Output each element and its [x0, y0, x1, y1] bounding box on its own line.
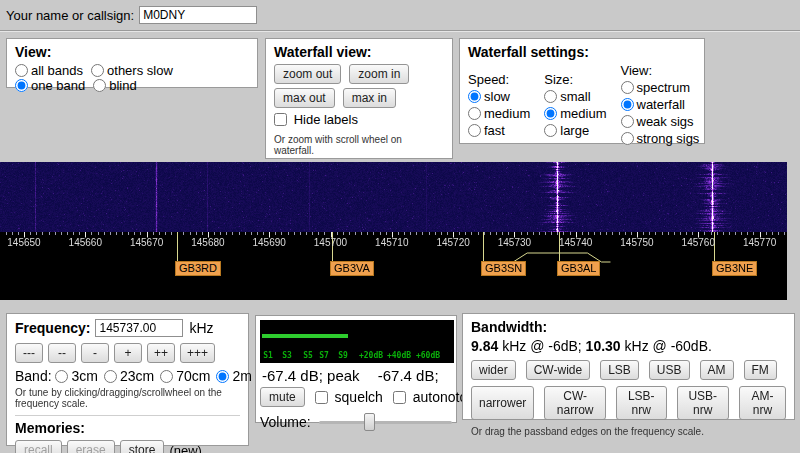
audio-controls-row: mute squelch autonotch: [260, 387, 452, 407]
signal-level-text: -67.4 dB; peak: [262, 367, 360, 384]
max-in-button[interactable]: max in: [343, 88, 396, 108]
band-radio-2m[interactable]: [216, 370, 229, 383]
station-label-gb3rd[interactable]: GB3RD: [175, 261, 221, 276]
view-mode-radio-all-bands[interactable]: [15, 64, 28, 77]
wf-view-radio-waterfall[interactable]: [621, 98, 634, 111]
station-label-gb3al[interactable]: GB3AL: [557, 261, 600, 276]
wf-speed-option-slow[interactable]: slow: [468, 88, 530, 105]
size-group-label: Size:: [544, 72, 606, 87]
cw-narrow-button[interactable]: CW-narrow: [544, 386, 606, 420]
zoom-in-button[interactable]: zoom in: [349, 64, 409, 84]
wf-view-radio-weak-sigs[interactable]: [621, 115, 634, 128]
wf-size-radio-small[interactable]: [544, 90, 557, 103]
wf-view-label-strong-sigs: strong sigs: [637, 131, 700, 146]
wf-view-option-weak-sigs[interactable]: weak sigs: [621, 113, 700, 130]
wf-view-label-weak-sigs: weak sigs: [637, 114, 694, 129]
am-button[interactable]: AM: [700, 360, 734, 380]
lsb-button[interactable]: LSB: [600, 360, 639, 380]
view-mode-option-all-bands[interactable]: all bands: [15, 63, 83, 78]
band-radio-3cm[interactable]: [55, 370, 68, 383]
band-option-70cm[interactable]: 70cm: [160, 368, 210, 384]
bandwidth-panel: Bandwidth: 9.84 kHz @ -6dB; 10.30 kHz @ …: [462, 313, 795, 420]
band-label-23cm: 23cm: [120, 368, 154, 384]
am-nrw-button[interactable]: AM-nrw: [739, 386, 786, 420]
band-label-3cm: 3cm: [71, 368, 97, 384]
band-radio-70cm[interactable]: [160, 370, 173, 383]
view-mode-radio-blind[interactable]: [93, 79, 106, 92]
frequency-row: Frequency: kHz: [15, 319, 240, 337]
callsign-label: Your name or callsign:: [6, 8, 134, 23]
narrower-button[interactable]: narrower: [471, 386, 534, 420]
--button[interactable]: -: [81, 343, 109, 363]
wf-view-radio-spectrum[interactable]: [621, 81, 634, 94]
scale-label-145720: 145720: [431, 237, 475, 248]
volume-slider[interactable]: [319, 413, 452, 431]
wf-size-radio-large[interactable]: [544, 124, 557, 137]
volume-slider-thumb[interactable]: [364, 413, 375, 431]
--button[interactable]: +: [114, 343, 142, 363]
volume-slider-track[interactable]: [319, 421, 452, 424]
callsign-bar: Your name or callsign:: [6, 6, 257, 24]
--button[interactable]: ---: [15, 343, 43, 363]
zoom-out-button[interactable]: zoom out: [274, 64, 341, 84]
usb-button[interactable]: USB: [649, 360, 690, 380]
usb-nrw-button[interactable]: USB-nrw: [677, 386, 729, 420]
band-option-3cm[interactable]: 3cm: [55, 368, 97, 384]
mute-button[interactable]: mute: [260, 387, 305, 407]
view-mode-radio-one-band[interactable]: [15, 79, 28, 92]
view-options: all bandsothers slowone bandblind: [15, 63, 249, 93]
wf-speed-label-slow: slow: [484, 89, 510, 104]
wf-size-radio-medium[interactable]: [544, 107, 557, 120]
--button[interactable]: ++: [147, 343, 175, 363]
frequency-scale[interactable]: [0, 162, 787, 300]
hide-labels-option[interactable]: Hide labels: [274, 112, 436, 127]
lsb-nrw-button[interactable]: LSB-nrw: [616, 386, 667, 420]
wider-button[interactable]: wider: [471, 360, 516, 380]
recall-button[interactable]: recall: [15, 440, 62, 453]
view-mode-option-one-band[interactable]: one band: [15, 78, 85, 93]
tuning-note: Or tune by clicking/dragging/scrollwheel…: [15, 387, 240, 409]
wf-size-option-small[interactable]: small: [544, 88, 606, 105]
wf-view-label-waterfall: waterfall: [637, 97, 685, 112]
waterfall-note-1: Or zoom with scroll wheel on waterfall.: [274, 134, 444, 156]
station-label-gb3ne[interactable]: GB3NE: [712, 261, 757, 276]
view-panel: View: all bandsothers slowone bandblind: [6, 38, 258, 88]
station-label-gb3va[interactable]: GB3VA: [330, 261, 374, 276]
wf-view-option-spectrum[interactable]: spectrum: [621, 79, 700, 96]
band-radio-23cm[interactable]: [104, 370, 117, 383]
wf-speed-option-medium[interactable]: medium: [468, 105, 530, 122]
signal-level-line: -67.4 dB; peak -67.4 dB;: [262, 367, 452, 384]
store-button[interactable]: store: [120, 440, 165, 453]
band-option-2m[interactable]: 2m: [216, 368, 251, 384]
wf-view-option-strong-sigs[interactable]: strong sigs: [621, 130, 700, 147]
wf-speed-radio-fast[interactable]: [468, 124, 481, 137]
wf-view-radio-strong-sigs[interactable]: [621, 132, 634, 145]
cw-wide-button[interactable]: CW-wide: [526, 360, 590, 380]
view-mode-option-others-slow[interactable]: others slow: [91, 63, 173, 78]
wf-speed-radio-slow[interactable]: [468, 90, 481, 103]
wf-speed-radio-medium[interactable]: [468, 107, 481, 120]
autonotch-checkbox[interactable]: [393, 391, 406, 404]
squelch-checkbox[interactable]: [315, 391, 328, 404]
erase-button[interactable]: erase: [67, 440, 115, 453]
fm-button[interactable]: FM: [744, 360, 777, 380]
signal-peak-text: -67.4 dB;: [378, 367, 439, 384]
wf-size-option-large[interactable]: large: [544, 122, 606, 139]
--button[interactable]: --: [48, 343, 76, 363]
wf-view-option-waterfall[interactable]: waterfall: [621, 96, 700, 113]
wf-size-label-small: small: [560, 89, 590, 104]
view-mode-option-blind[interactable]: blind: [93, 78, 136, 93]
callsign-input[interactable]: [139, 6, 257, 24]
view-mode-radio-others-slow[interactable]: [91, 64, 104, 77]
wf-speed-option-fast[interactable]: fast: [468, 122, 530, 139]
frequency-input[interactable]: [95, 319, 183, 337]
hide-labels-checkbox[interactable]: [274, 113, 287, 126]
wf-size-option-medium[interactable]: medium: [544, 105, 606, 122]
max-out-button[interactable]: max out: [274, 88, 335, 108]
view-panel-title: View:: [15, 44, 249, 60]
station-label-gb3sn[interactable]: GB3SN: [481, 261, 526, 276]
band-option-23cm[interactable]: 23cm: [104, 368, 154, 384]
--button[interactable]: +++: [180, 343, 215, 363]
s-meter-label--60db: +60dB: [416, 351, 440, 360]
squelch-option[interactable]: squelch: [315, 389, 383, 405]
